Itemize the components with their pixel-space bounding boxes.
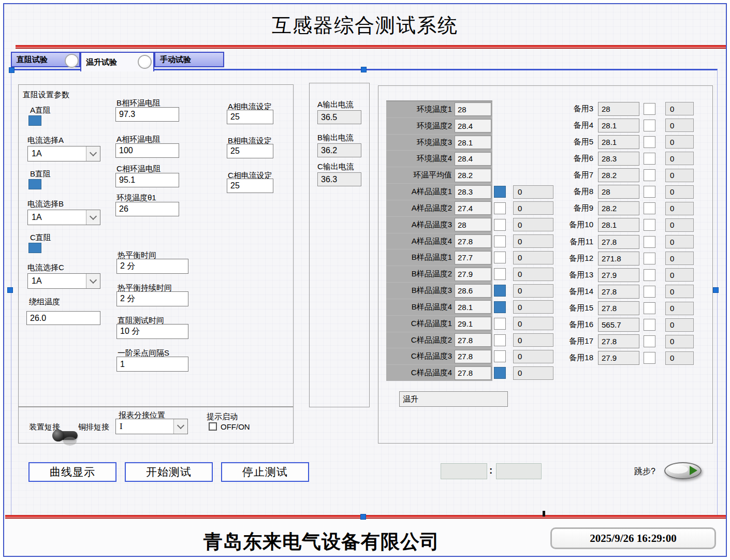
temp-row-value: 28 <box>455 218 491 231</box>
temp-row-aux-value: 0 <box>513 300 553 314</box>
tab-label: 手动试验 <box>160 55 191 65</box>
spare-row-aux-value: 0 <box>665 268 694 282</box>
spare-row-aux-value: 0 <box>665 285 694 298</box>
temp-row-checkbox[interactable] <box>494 301 506 313</box>
temp-row-checkbox[interactable] <box>494 367 506 379</box>
action-button[interactable]: 曲线显示 <box>28 462 116 482</box>
temp-row-label: 环境温度2 <box>386 121 455 131</box>
spare-row: 备用6 28.3 0 <box>563 150 699 167</box>
temp-row-label: B样品温度4 <box>386 302 455 312</box>
spare-row-checkbox[interactable] <box>644 302 655 314</box>
spare-row-checkbox[interactable] <box>644 319 655 331</box>
spare-row-aux-value: 0 <box>665 351 694 365</box>
company-name: 青岛东来电气设备有限公司 <box>203 529 440 555</box>
temp-row-label: C样品温度1 <box>386 319 455 329</box>
spare-row-aux-value: 0 <box>665 135 694 149</box>
spare-row-checkbox[interactable] <box>644 253 655 264</box>
temperature-row: B样品温度3 28.6 0 <box>386 282 492 299</box>
temp-row-value: 27.8 <box>455 366 491 380</box>
spare-row-checkbox[interactable] <box>644 103 655 115</box>
spare-row-aux-value: 0 <box>665 169 694 182</box>
tap-position-dropdown[interactable]: I <box>115 419 188 434</box>
top-divider <box>16 45 726 49</box>
spare-row-label: 备用10 <box>563 220 593 230</box>
temp-row-aux-value: 0 <box>513 366 553 380</box>
spare-row-aux-value: 0 <box>665 318 694 332</box>
spare-row-checkbox[interactable] <box>644 202 655 214</box>
spare-row-checkbox[interactable] <box>644 136 655 148</box>
prompt-checkbox-label: OFF/ON <box>221 422 250 431</box>
spare-row-checkbox[interactable] <box>644 186 655 198</box>
temp-row-checkbox[interactable] <box>494 186 506 198</box>
spare-row-value: 27.8 <box>598 285 639 299</box>
spare-row-checkbox[interactable] <box>644 269 655 281</box>
field-input[interactable]: 25 <box>227 179 273 193</box>
output-indicator: 36.5 <box>317 110 361 124</box>
tab-radio-indicator-2[interactable] <box>138 55 152 69</box>
chevron-down-icon[interactable] <box>173 419 187 434</box>
spare-row-checkbox[interactable] <box>644 352 655 364</box>
temp-row-checkbox[interactable] <box>494 334 506 346</box>
temperature-row: A样品温度4 27.8 0 <box>386 233 492 249</box>
temp-row-checkbox[interactable] <box>494 252 506 263</box>
shorting-strip-group: 装置短接 铜排短接 报表分接位置 I 提示启动 OFF/ON <box>18 406 294 444</box>
spare-row-checkbox[interactable] <box>644 335 655 347</box>
temperature-row: 环境温度1 28 <box>386 101 492 117</box>
output-indicator: 36.3 <box>317 172 361 186</box>
temperature-row: 环境温度4 28.4 <box>386 150 492 167</box>
spare-row-value: 27.8 <box>598 301 639 315</box>
temperature-row: A样品温度1 28.3 0 <box>386 183 492 200</box>
output-current-field: B输出电流 36.2 <box>317 133 367 159</box>
spare-row: 备用18 27.9 0 <box>563 350 699 366</box>
field-label: C输出电流 <box>317 162 354 172</box>
temperature-table: 环境温度1 28 环境温度2 28.4 环境温度3 28.1 <box>386 100 492 381</box>
temp-row-checkbox[interactable] <box>494 235 506 247</box>
spare-row-checkbox[interactable] <box>644 236 655 248</box>
temp-row-checkbox[interactable] <box>494 268 506 280</box>
field-input[interactable]: 25 <box>227 110 273 124</box>
spare-row-checkbox[interactable] <box>644 219 655 231</box>
spare-row-label: 备用14 <box>563 287 593 297</box>
spare-row-checkbox[interactable] <box>644 286 655 298</box>
spare-row-aux-value: 0 <box>665 202 694 215</box>
temp-row-checkbox[interactable] <box>494 285 506 297</box>
temp-row-label: C样品温度2 <box>386 335 455 345</box>
skip-button[interactable] <box>664 462 702 479</box>
spare-row: 备用12 271.8 0 <box>563 250 699 267</box>
spare-row-checkbox[interactable] <box>644 120 655 131</box>
temp-row-label: A样品温度1 <box>386 187 455 197</box>
spare-row: 备用9 28.2 0 <box>563 200 699 217</box>
field-input[interactable]: 25 <box>227 144 273 158</box>
temperature-row: C样品温度4 27.8 0 <box>386 364 492 381</box>
spare-row-checkbox[interactable] <box>644 169 655 181</box>
temp-row-checkbox[interactable] <box>494 219 506 231</box>
spare-row-label: 备用9 <box>563 203 593 213</box>
temp-row-value: 27.8 <box>455 234 491 248</box>
spare-row-checkbox[interactable] <box>644 153 655 165</box>
temperature-row: A样品温度3 28 0 <box>386 216 492 233</box>
temperature-row: C样品温度3 27.8 0 <box>386 348 492 364</box>
timer-minute-field <box>496 463 542 479</box>
spare-row-aux-value: 0 <box>665 302 694 315</box>
spare-row: 备用14 27.8 0 <box>563 283 699 300</box>
temp-row-checkbox[interactable] <box>494 318 506 330</box>
action-button[interactable]: 停止测试 <box>221 462 309 482</box>
prompt-checkbox[interactable] <box>209 422 217 431</box>
temp-row-value: 28 <box>455 102 491 116</box>
tab[interactable]: 手动试验 <box>154 52 224 67</box>
tab-radio-indicator-1[interactable] <box>65 54 79 68</box>
temp-row-value: 27.9 <box>455 268 491 281</box>
temp-row-checkbox[interactable] <box>494 350 506 362</box>
short-toggle-switch[interactable] <box>54 431 78 440</box>
temp-row-checkbox[interactable] <box>494 202 506 214</box>
temp-row-value: 28.4 <box>455 119 491 132</box>
field-label: B输出电流 <box>317 133 354 143</box>
temp-row-aux-value: 0 <box>513 218 553 231</box>
spare-row-value: 28.3 <box>598 152 639 166</box>
spare-row-aux-value: 0 <box>665 335 694 348</box>
action-button[interactable]: 开始测试 <box>125 462 213 482</box>
temp-row-label: 环境温度4 <box>386 154 455 164</box>
spare-row-label: 备用13 <box>563 270 593 280</box>
app-window: 互感器综合测试系统 直阻试验 温升试验 手动试验 直阻设置参数 <box>0 0 730 560</box>
temp-row-label: B样品温度1 <box>386 253 455 262</box>
